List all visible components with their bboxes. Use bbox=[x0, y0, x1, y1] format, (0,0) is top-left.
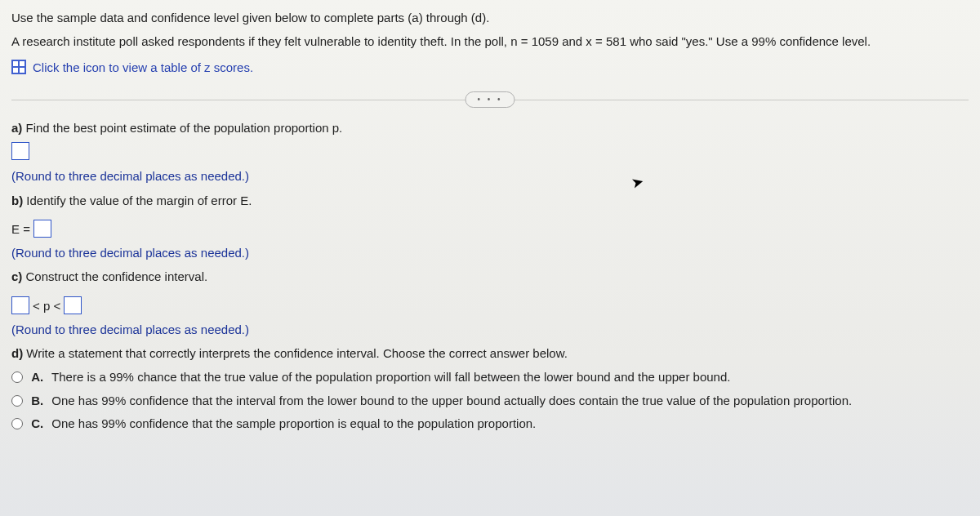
option-a-text: There is a 99% chance that the true valu… bbox=[51, 370, 730, 384]
option-c-radio[interactable] bbox=[11, 418, 23, 429]
part-a-prompt: Find the best point estimate of the popu… bbox=[26, 121, 343, 135]
part-c-prompt: Construct the confidence interval. bbox=[26, 269, 208, 283]
option-c-text: One has 99% confidence that the sample p… bbox=[51, 416, 536, 430]
instruction-line-1: Use the sample data and confidence level… bbox=[11, 8, 969, 27]
part-a-hint: (Round to three decimal places as needed… bbox=[11, 167, 969, 185]
part-b-prefix: E = bbox=[11, 220, 30, 238]
part-d-label: d) bbox=[11, 346, 23, 360]
option-b-label: B. bbox=[31, 394, 43, 407]
part-b-prompt: Identify the value of the margin of erro… bbox=[26, 194, 252, 207]
part-c-upper-input[interactable] bbox=[64, 296, 82, 314]
option-c-label: C. bbox=[31, 416, 43, 430]
section-divider: • • • bbox=[11, 100, 969, 100]
instruction-line-2: A research institute poll asked responde… bbox=[11, 32, 969, 51]
option-a-label: A. bbox=[31, 370, 43, 384]
part-c-label: c) bbox=[11, 269, 22, 283]
part-a-label: a) bbox=[11, 121, 22, 135]
part-d-prompt: Write a statement that correctly interpr… bbox=[26, 346, 568, 360]
part-b-input[interactable] bbox=[33, 220, 51, 238]
expand-button[interactable]: • • • bbox=[465, 91, 514, 108]
part-b-hint: (Round to three decimal places as needed… bbox=[11, 243, 969, 262]
z-table-link[interactable]: Click the icon to view a table of z scor… bbox=[33, 58, 253, 77]
part-b-label: b) bbox=[11, 194, 23, 207]
option-b-radio[interactable] bbox=[11, 395, 23, 407]
part-c-mid: < p < bbox=[33, 296, 60, 315]
z-table-icon[interactable] bbox=[11, 60, 26, 74]
option-a-radio[interactable] bbox=[11, 371, 23, 383]
part-c-hint: (Round to three decimal places as needed… bbox=[11, 320, 969, 339]
option-b-text: One has 99% confidence that the interval… bbox=[51, 394, 852, 407]
part-c-lower-input[interactable] bbox=[11, 296, 29, 314]
part-a-input[interactable] bbox=[11, 142, 29, 160]
